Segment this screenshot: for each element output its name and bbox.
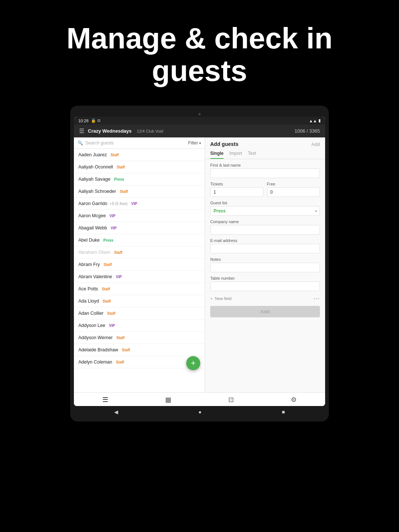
- camera-dot: [198, 113, 201, 115]
- home-button[interactable]: ●: [198, 409, 201, 415]
- battery-icon: ▮: [318, 118, 321, 123]
- scan-nav[interactable]: ⊡: [228, 396, 234, 404]
- free-input[interactable]: [267, 187, 320, 197]
- guest-tag: Staff: [118, 189, 129, 194]
- guest-tag: Staff: [115, 360, 126, 365]
- guest-name: Ace Potts: [78, 286, 98, 291]
- form-field-email: E-mail address: [210, 238, 320, 253]
- guest-name: Aaliyah Oconnell: [78, 164, 113, 170]
- add-submit-button[interactable]: Add: [210, 306, 320, 317]
- add-guest-form: First & last name Tickets Free: [205, 159, 325, 321]
- guest-tag: VIP: [115, 274, 123, 279]
- email-input[interactable]: [210, 244, 320, 253]
- guest-list-select[interactable]: Press VIP Staff: [210, 206, 320, 216]
- app-header-count: 1006 / 3365: [294, 128, 320, 134]
- recent-button[interactable]: ■: [282, 409, 285, 415]
- android-nav: ◀ ● ■: [74, 406, 325, 418]
- add-header-button[interactable]: Add: [311, 141, 320, 147]
- app-header-left: ☰ Crazy Wednesdays 12/4 Club Void: [79, 127, 163, 134]
- list-item[interactable]: Abel DukePress: [74, 234, 205, 246]
- list-item[interactable]: Ada LloydStaff: [74, 295, 205, 307]
- form-label-email: E-mail address: [210, 238, 320, 243]
- filter-chevron-icon: ▾: [199, 141, 201, 145]
- fab-add-button[interactable]: +: [186, 356, 200, 370]
- guest-name: Abel Duke: [78, 238, 100, 243]
- table-number-input[interactable]: [210, 282, 320, 291]
- list-item[interactable]: Aaliyah OconnellStaff: [74, 161, 205, 173]
- list-item[interactable]: Aaron Garrido+9 (5 free)VIP: [74, 198, 205, 210]
- bottom-nav: ☰▦⊡⚙: [74, 392, 325, 406]
- company-name-input[interactable]: [210, 225, 320, 235]
- guests-list-nav[interactable]: ☰: [102, 396, 108, 404]
- form-field-name: First & last name: [210, 163, 320, 178]
- form-label-guest-list: Guest list: [210, 201, 320, 205]
- guest-name: Abram Fry: [78, 262, 100, 267]
- app-header: ☰ Crazy Wednesdays 12/4 Club Void 1006 /…: [74, 125, 325, 137]
- guest-tag: Staff: [106, 311, 117, 316]
- form-label-name: First & last name: [210, 163, 320, 167]
- dots-icon[interactable]: •••: [313, 296, 320, 301]
- list-item[interactable]: Abraham OlsenStaff: [74, 246, 205, 259]
- list-item[interactable]: Ace PottsStaff: [74, 283, 205, 295]
- back-button[interactable]: ◀: [114, 409, 118, 415]
- panel-tab-text[interactable]: Text: [248, 149, 256, 159]
- tablet-inner: 10:28 🔒 ⊙ ▲▲ ▮ ☰ Crazy Wednesdays 12/4 C…: [74, 117, 325, 406]
- guest-tag: Staff: [115, 335, 126, 340]
- app-header-title: Crazy Wednesdays: [88, 128, 132, 134]
- guest-name: Aaron Garrido: [78, 201, 108, 206]
- list-item[interactable]: Aaliyah SchroederStaff: [74, 185, 205, 198]
- first-last-name-input[interactable]: [210, 168, 320, 178]
- guest-tag: Staff: [120, 348, 132, 352]
- form-field-notes: Notes: [210, 257, 320, 272]
- guest-tag: Staff: [101, 299, 112, 304]
- form-label-free: Free: [267, 182, 320, 186]
- guest-name: Adan Collier: [78, 311, 103, 316]
- form-row-tickets: Tickets Free: [210, 182, 320, 197]
- guest-name: Addyson Werner: [78, 335, 113, 340]
- panel-tabs: SingleImportText: [205, 147, 325, 159]
- list-item[interactable]: Adan CollierStaff: [74, 307, 205, 320]
- list-item[interactable]: Aaron McgeeVIP: [74, 210, 205, 222]
- list-item[interactable]: Abagail WebbVIP: [74, 222, 205, 234]
- panel-tab-single[interactable]: Single: [210, 149, 224, 159]
- filter-button[interactable]: Filter ▾: [188, 140, 201, 146]
- list-item[interactable]: Addyson LeeVIP: [74, 320, 205, 332]
- guest-tag: VIP: [108, 323, 116, 328]
- search-placeholder: Search guests: [85, 140, 114, 146]
- guest-name: Aaden Juarez: [78, 152, 107, 157]
- form-field-company: Company name: [210, 219, 320, 235]
- stats-nav[interactable]: ▦: [165, 396, 171, 404]
- guest-name: Abram Valentine: [78, 274, 112, 279]
- status-icons: 🔒 ⊙: [91, 118, 100, 123]
- list-item[interactable]: Addyson WernerStaff: [74, 332, 205, 344]
- notes-input[interactable]: [210, 263, 320, 272]
- list-item[interactable]: Abram ValentineVIP: [74, 271, 205, 283]
- guest-name: Addyson Lee: [78, 323, 105, 328]
- guest-name: Adelyn Coleman: [78, 359, 112, 365]
- guest-tag: Staff: [100, 287, 112, 291]
- list-item[interactable]: Adelaide BradshawStaff: [74, 344, 205, 356]
- guest-name: Aaliyah Schroeder: [78, 189, 116, 194]
- search-input-wrapper: 🔍 Search guests: [78, 140, 114, 146]
- status-bar: 10:28 🔒 ⊙ ▲▲ ▮: [74, 117, 325, 125]
- panel-tab-import[interactable]: Import: [229, 149, 242, 159]
- new-field-row[interactable]: + New field •••: [210, 295, 320, 302]
- add-guests-panel: Add guests Add SingleImportText First & …: [205, 137, 325, 392]
- list-item[interactable]: Adelyn ColemanStaff: [74, 356, 205, 368]
- hero-title: Manage & check in guests: [0, 0, 399, 102]
- tablet: 10:28 🔒 ⊙ ▲▲ ▮ ☰ Crazy Wednesdays 12/4 C…: [70, 106, 329, 422]
- list-item[interactable]: Aaliyah SavagePress: [74, 173, 205, 185]
- guest-tag: Staff: [115, 165, 126, 170]
- main-content: 🔍 Search guests Filter ▾ Aaden JuarezSta…: [74, 137, 325, 392]
- list-item[interactable]: Aaden JuarezStaff: [74, 149, 205, 161]
- guest-name: Aaron Mcgee: [78, 213, 106, 218]
- plus-icon: +: [210, 296, 212, 301]
- search-icon: 🔍: [78, 140, 83, 146]
- guest-list-panel: 🔍 Search guests Filter ▾ Aaden JuarezSta…: [74, 137, 205, 392]
- guest-name: Abraham Olsen: [78, 250, 110, 255]
- list-item[interactable]: Abram FryStaff: [74, 259, 205, 271]
- hamburger-icon[interactable]: ☰: [79, 127, 84, 134]
- tickets-input[interactable]: [210, 187, 263, 197]
- form-label-tickets: Tickets: [210, 182, 263, 186]
- settings-nav[interactable]: ⚙: [291, 396, 297, 404]
